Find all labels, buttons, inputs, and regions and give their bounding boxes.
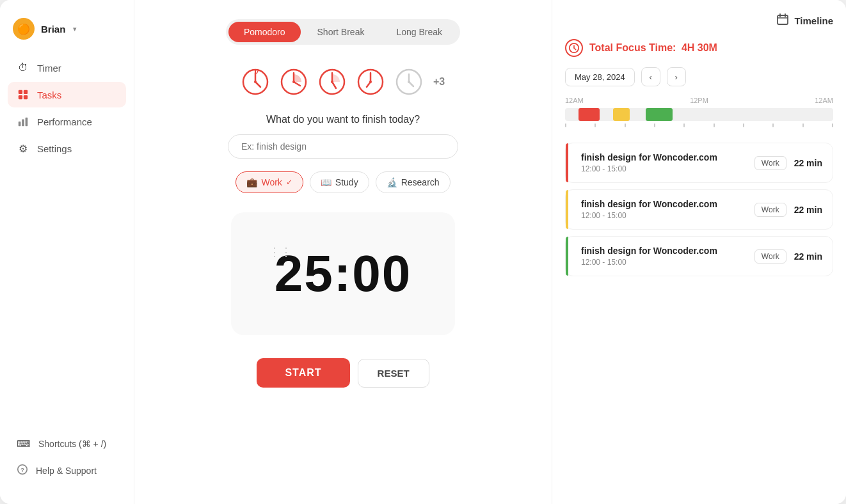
- timeline-dot: [743, 123, 744, 127]
- timeline-dot: [565, 123, 566, 127]
- entry-info-1: finish design for Woncoder.com 12:00 - 1…: [576, 152, 747, 173]
- entry-duration-1: 22 min: [794, 158, 822, 168]
- task-tags: 💼 Work ✓ 📖 Study 🔬 Research: [235, 171, 450, 193]
- svg-point-26: [369, 81, 372, 83]
- entry-duration-2: 22 min: [794, 205, 822, 215]
- tag-work[interactable]: 💼 Work ✓: [235, 171, 303, 193]
- pomodoro-circles: +3: [241, 68, 445, 96]
- pomodoro-circle-3[interactable]: [318, 68, 346, 96]
- tag-work-label: Work: [261, 177, 282, 187]
- entry-duration-3: 22 min: [794, 251, 822, 262]
- entry-color-bar-2: [566, 190, 568, 229]
- timeline-dot: [714, 123, 715, 127]
- tag-research-label: Research: [401, 177, 440, 187]
- entry-color-bar-3: [566, 237, 568, 276]
- svg-rect-3: [24, 95, 28, 99]
- svg-line-37: [574, 48, 576, 50]
- task-entries: finish design for Woncoder.com 12:00 - 1…: [565, 143, 833, 276]
- work-icon: 💼: [246, 177, 257, 187]
- entry-time-2: 12:00 - 15:00: [581, 211, 747, 220]
- date-badge: May 28, 2024: [565, 68, 635, 86]
- svg-rect-6: [26, 118, 28, 127]
- table-row: finish design for Woncoder.com 12:00 - 1…: [565, 236, 833, 276]
- next-date-button[interactable]: ›: [667, 67, 686, 86]
- time-label-end: 12AM: [815, 97, 833, 104]
- prev-date-button[interactable]: ‹: [641, 67, 660, 86]
- main-content: ⋮⋮ Pomodoro Short Break Long Break: [134, 0, 552, 504]
- entry-tag-3: Work: [754, 249, 786, 264]
- help-icon: ?: [17, 464, 28, 477]
- pomodoro-circle-5[interactable]: [395, 68, 423, 96]
- timer-icon: ⏱: [17, 61, 29, 74]
- sidebar-item-performance[interactable]: Performance: [8, 109, 126, 134]
- svg-rect-31: [778, 15, 788, 24]
- check-icon: ✓: [286, 178, 292, 187]
- timer-tabs: Pomodoro Short Break Long Break: [226, 19, 460, 45]
- entry-info-2: finish design for Woncoder.com 12:00 - 1…: [576, 199, 747, 220]
- timeline-segment-2: [613, 108, 629, 121]
- tab-pomodoro[interactable]: Pomodoro: [228, 22, 301, 42]
- timer-controls: START RESET: [257, 358, 429, 388]
- timeline-dot: [625, 123, 626, 127]
- task-section: What do you want to finish today?: [228, 114, 458, 159]
- date-nav: May 28, 2024 ‹ ›: [565, 67, 833, 86]
- entry-title-1: finish design for Woncoder.com: [581, 152, 747, 162]
- time-label-mid: 12PM: [690, 97, 708, 104]
- timeline-title-label: Timeline: [794, 15, 833, 26]
- timeline-segment-3: [646, 108, 673, 121]
- timeline-icon: [776, 13, 789, 29]
- entry-tag-2: Work: [754, 203, 786, 217]
- timeline-dot: [772, 123, 774, 127]
- avatar: 🟠: [13, 18, 35, 40]
- timeline-time-labels: 12AM 12PM 12AM: [565, 97, 833, 104]
- svg-point-30: [408, 81, 410, 83]
- timeline-dot: [654, 123, 655, 127]
- task-prompt: What do you want to finish today?: [228, 114, 458, 125]
- pomodoro-circle-2[interactable]: [280, 68, 308, 96]
- pomodoro-circle-4[interactable]: [356, 68, 385, 96]
- sidebar-item-settings[interactable]: ⚙ Settings: [8, 136, 126, 161]
- timeline-panel: Timeline Total Focus Time: 4H 30M May 28…: [552, 0, 846, 504]
- tab-short-break[interactable]: Short Break: [302, 22, 380, 42]
- timeline-segment-1: [579, 108, 600, 121]
- timeline-bar: 12AM 12PM 12AM: [565, 97, 833, 130]
- help-support-item[interactable]: ? Help & Support: [8, 457, 126, 484]
- svg-point-18: [292, 81, 295, 83]
- focus-time-text: Total Focus Time: 4H 30M: [589, 42, 717, 54]
- chevron-down-icon: ▾: [73, 25, 77, 33]
- entry-time-3: 12:00 - 15:00: [581, 258, 747, 267]
- timeline-bar-track: [565, 108, 833, 121]
- pomodoro-circle-1[interactable]: [241, 68, 269, 96]
- research-icon: 🔬: [387, 177, 397, 187]
- reset-button[interactable]: RESET: [358, 359, 429, 388]
- svg-rect-5: [22, 119, 24, 126]
- svg-rect-1: [24, 90, 28, 94]
- drag-handle[interactable]: ⋮⋮: [269, 245, 292, 259]
- timeline-header: Timeline: [565, 13, 833, 29]
- svg-rect-4: [19, 122, 21, 126]
- timeline-dot: [683, 123, 685, 127]
- start-button[interactable]: START: [257, 358, 349, 388]
- timer-display: 25:00: [231, 212, 455, 335]
- tag-research[interactable]: 🔬 Research: [376, 171, 451, 193]
- timer-time: 25:00: [275, 244, 412, 303]
- svg-point-22: [331, 81, 333, 83]
- tasks-icon: [17, 88, 29, 101]
- entry-color-bar-1: [566, 143, 568, 182]
- focus-summary: Total Focus Time: 4H 30M: [565, 39, 833, 57]
- user-name: Brian: [41, 24, 65, 35]
- sidebar-item-label: Timer: [37, 63, 61, 74]
- entry-info-3: finish design for Woncoder.com 12:00 - 1…: [576, 246, 747, 267]
- shortcuts-item[interactable]: ⌨ Shortcuts (⌘ + /): [8, 432, 126, 456]
- timeline-title: Timeline: [776, 13, 833, 29]
- tab-long-break[interactable]: Long Break: [381, 22, 458, 42]
- svg-point-12: [254, 81, 257, 83]
- sidebar-item-timer[interactable]: ⏱ Timer: [8, 55, 126, 81]
- sidebar-nav: ⏱ Timer Tasks: [0, 55, 134, 424]
- sidebar-item-label: Tasks: [37, 90, 61, 100]
- user-profile[interactable]: 🟠 Brian ▾: [0, 13, 134, 55]
- sidebar-item-tasks[interactable]: Tasks: [8, 82, 126, 107]
- task-input[interactable]: [228, 134, 458, 159]
- sidebar-bottom: ⌨ Shortcuts (⌘ + /) ? Help & Support: [0, 424, 134, 491]
- tag-study[interactable]: 📖 Study: [310, 171, 369, 193]
